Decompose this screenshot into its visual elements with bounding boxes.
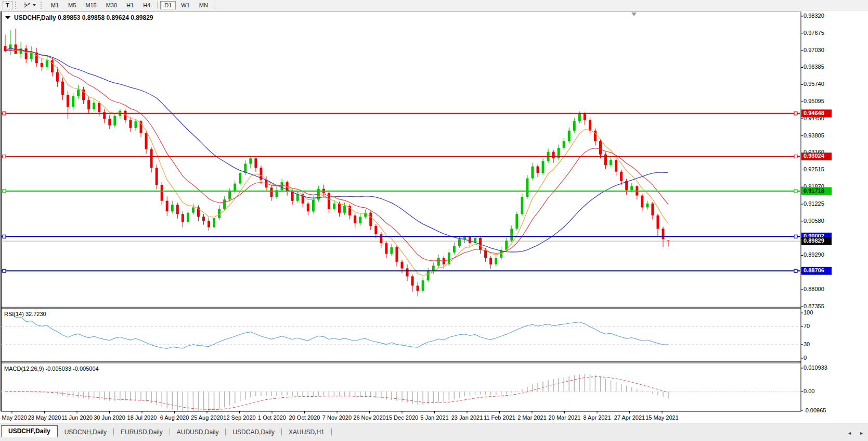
- chart-tab-audusd[interactable]: AUDUSD,Daily: [170, 427, 226, 437]
- candle-body: [192, 207, 195, 212]
- candle-body: [108, 119, 111, 125]
- candle-body: [134, 121, 137, 128]
- candle-body: [56, 72, 59, 82]
- date-axis-label: 25 Aug 2020: [191, 414, 223, 421]
- timeframe-button-w1[interactable]: W1: [177, 1, 194, 9]
- candle-body: [307, 204, 309, 211]
- candle-body: [270, 187, 273, 197]
- candle-body: [656, 216, 659, 229]
- chart-tab-usdchf[interactable]: USDCHF,Daily: [1, 425, 58, 437]
- rsi-axis-label: 30: [804, 341, 810, 347]
- timeframe-button-m30[interactable]: M30: [102, 1, 121, 9]
- candle-body: [61, 82, 64, 95]
- candle-body: [489, 258, 492, 264]
- date-axis-label: 15 May 2021: [645, 414, 679, 421]
- date-axis-label: 12 Sep 2020: [223, 414, 255, 421]
- line-handle[interactable]: [3, 235, 6, 238]
- candle-body: [568, 131, 571, 141]
- timeframe-button-mn[interactable]: MN: [195, 1, 212, 9]
- candle-body: [312, 199, 315, 211]
- candle-body: [171, 205, 174, 211]
- candle-body: [531, 167, 534, 179]
- line-handle[interactable]: [3, 190, 6, 193]
- candle-body: [150, 149, 153, 168]
- cursor-tool-button[interactable]: [21, 1, 38, 9]
- candle-body: [521, 197, 523, 214]
- candle-body: [542, 161, 545, 173]
- chevron-down-icon: [33, 4, 36, 6]
- candle-body: [166, 201, 169, 211]
- candle-body: [218, 209, 221, 218]
- line-handle[interactable]: [3, 269, 6, 272]
- candle-body: [354, 216, 356, 223]
- candle-body: [615, 160, 617, 172]
- toolbar-grip: [15, 2, 19, 9]
- timeframe-button-m1[interactable]: M1: [47, 1, 63, 9]
- candle-body: [98, 103, 100, 112]
- date-axis-label: 20 Oct 2020: [289, 414, 320, 421]
- price-axis-label: 0.95740: [804, 81, 824, 87]
- chart-tab-eurusd[interactable]: EURUSD,Daily: [114, 427, 170, 437]
- line-handle[interactable]: [794, 190, 797, 193]
- candle-body: [333, 204, 335, 209]
- date-axis-label: 1 Oct 2020: [258, 414, 286, 421]
- tab-scroll-controls: ◄ ►: [847, 431, 864, 436]
- date-axis-label: 7 Nov 2020: [322, 414, 352, 421]
- candle-body: [515, 214, 518, 229]
- tab-scroll-right-icon[interactable]: ►: [859, 431, 864, 436]
- candle-body: [573, 121, 576, 131]
- price-axis-label: 0.91225: [804, 200, 824, 207]
- line-handle[interactable]: [794, 155, 797, 158]
- candle-body: [213, 218, 215, 228]
- price-axis-label: 0.97030: [804, 47, 824, 53]
- candle-body: [67, 95, 69, 107]
- candle-body: [359, 217, 361, 223]
- chart-mode-t-button[interactable]: T: [3, 1, 12, 9]
- price-axis-label: 0.88000: [804, 286, 824, 292]
- candle-body: [662, 229, 664, 239]
- date-axis-label: 23 Jan 2021: [451, 414, 483, 421]
- candle-body: [228, 192, 231, 199]
- chart-canvas[interactable]: 0.983200.976750.970300.963850.957400.950…: [0, 10, 868, 423]
- candle-body: [589, 120, 591, 130]
- date-axis-label: 11 Feb 2021: [484, 414, 515, 421]
- toolbar-grip: [41, 2, 44, 9]
- macd-indicator-label: MACD(12,26,9) -0.005033 -0.005004: [4, 366, 99, 372]
- chart-tab-xauusd[interactable]: XAUUSD,H1: [282, 427, 331, 437]
- chart-tab-bar: USDCHF,DailyUSDCNH,DailyEURUSD,DailyAUDU…: [0, 423, 868, 441]
- timeframe-button-group: M1M5M15M30H1H4D1W1MN: [46, 1, 217, 9]
- chart-tab-usdcad[interactable]: USDCAD,Daily: [226, 427, 281, 437]
- rsi-indicator-label: RSI(14) 32.7230: [4, 311, 46, 317]
- candle-body: [145, 133, 148, 149]
- line-handle[interactable]: [794, 235, 797, 238]
- rsi-axis-label: 100: [804, 309, 813, 316]
- price-axis-label: 0.89290: [804, 251, 824, 258]
- candle-body: [254, 158, 257, 168]
- date-axis-label: 23 May 2020: [28, 414, 61, 421]
- macd-axis-label: 0.010933: [804, 364, 827, 371]
- candle-body: [281, 182, 283, 190]
- price-axis-label: 0.87355: [804, 303, 824, 309]
- date-axis-label: 8 Apr 2021: [583, 414, 611, 421]
- timeframe-button-m5[interactable]: M5: [64, 1, 80, 9]
- timeframe-button-m15[interactable]: M15: [81, 1, 100, 9]
- price-axis-label: 0.96385: [804, 64, 824, 70]
- rsi-axis-label: 0: [804, 355, 807, 361]
- tab-scroll-left-icon[interactable]: ◄: [847, 431, 852, 436]
- line-handle[interactable]: [794, 269, 797, 272]
- candle-body: [630, 186, 633, 191]
- line-handle[interactable]: [3, 155, 6, 158]
- date-axis-label: 11 Jun 2020: [61, 414, 93, 421]
- candle-body: [578, 114, 581, 121]
- chart-tab-usdcnh[interactable]: USDCNH,Daily: [58, 427, 113, 437]
- timeframe-button-d1[interactable]: D1: [160, 1, 176, 9]
- date-axis-label: 27 Apr 2021: [614, 414, 645, 421]
- candle-body: [667, 241, 670, 241]
- cursor-tool-icon: [23, 2, 31, 8]
- candle-body: [223, 199, 226, 209]
- line-handle[interactable]: [794, 112, 797, 115]
- timeframe-button-h1[interactable]: H1: [122, 1, 138, 9]
- timeframe-button-h4[interactable]: H4: [139, 1, 154, 9]
- candle-body: [30, 53, 33, 59]
- line-handle[interactable]: [3, 112, 6, 115]
